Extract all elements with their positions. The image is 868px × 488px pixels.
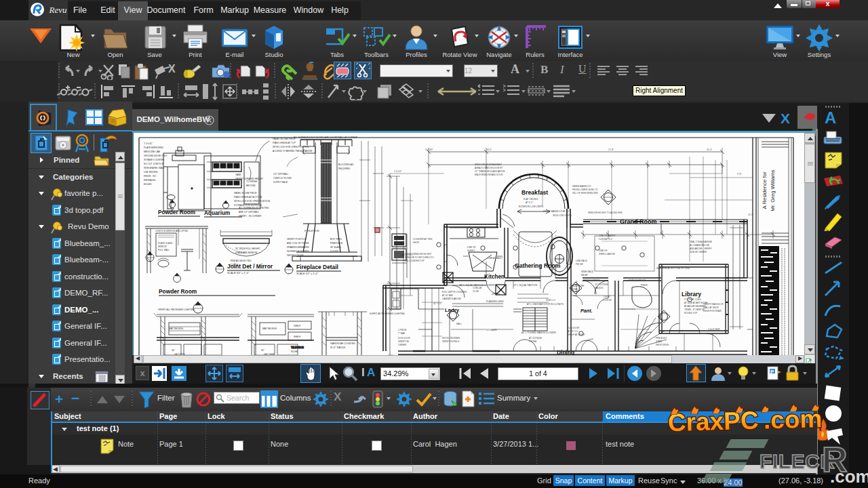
- svg-text:MIRROR: MIRROR: [158, 245, 167, 248]
- svg-text:TANK: TANK: [235, 174, 241, 176]
- svg-text:SHNTLL ABOVE: SHNTLL ABOVE: [599, 253, 615, 256]
- svg-text:PANEL IN ONE PIECE: PANEL IN ONE PIECE: [234, 192, 257, 195]
- svg-text:36": 36": [261, 349, 265, 352]
- svg-text:13'-0": 13'-0": [486, 148, 492, 151]
- svg-text:SWITCH BANKS: SWITCH BANKS: [583, 279, 599, 282]
- svg-text:PRE-BUILT: PRE-BUILT: [656, 337, 667, 340]
- svg-text:Library: Library: [682, 291, 701, 298]
- svg-text:30/54 LOW CHNTS: 30/54 LOW CHNTS: [553, 214, 572, 217]
- svg-text:IN FIREPLACE MFRS: IN FIREPLACE MFRS: [287, 250, 310, 253]
- svg-text:15'-4": 15'-4": [707, 148, 712, 151]
- svg-text:PLATE MIRRORED: PLATE MIRRORED: [144, 146, 164, 149]
- svg-text:WOOD TRUSSES: WOOD TRUSSES: [442, 337, 460, 340]
- svg-text:AT 16" O.C.: AT 16" O.C.: [568, 330, 579, 333]
- svg-text:BOX THRU: BOX THRU: [330, 238, 342, 241]
- svg-text:SHOP DRGS: SHOP DRGS: [656, 344, 669, 346]
- svg-text:W 12" RADIUS: W 12" RADIUS: [330, 346, 346, 349]
- svg-text:ACCESS TO BEHIND THE AQUARIUM: ACCESS TO BEHIND THE AQUARIUM: [273, 150, 313, 152]
- svg-text:VERIFY IN FIELD: VERIFY IN FIELD: [442, 340, 460, 343]
- svg-text:PANEL IN ONE PIECE: PANEL IN ONE PIECE: [273, 138, 296, 140]
- svg-text:FIREPLACE: FIREPLACE: [330, 242, 343, 245]
- svg-text:P: P: [770, 369, 774, 375]
- svg-text:SHELF: SHELF: [294, 336, 300, 338]
- svg-text:WINE RACK: WINE RACK: [581, 270, 594, 273]
- svg-text:SCALE 3/4" = 1'-0": SCALE 3/4" = 1'-0": [227, 272, 250, 274]
- svg-text:2'-6 1/2": 2'-6 1/2": [394, 170, 402, 173]
- svg-text:INSTRUCTIONS: INSTRUCTIONS: [287, 254, 304, 257]
- svg-text:ARE 1/2" DRYWALL: ARE 1/2" DRYWALL: [239, 211, 259, 214]
- svg-text:DOG DOOR: DOG DOOR: [398, 337, 410, 340]
- svg-text:BLOCKING AS: BLOCKING AS: [338, 163, 354, 166]
- svg-text:FLAT CEILING: FLAT CEILING: [524, 198, 538, 201]
- svg-text:WOOD WAINSCOT AT 7'0": WOOD WAINSCOT AT 7'0": [543, 210, 570, 213]
- svg-text:SEAT HE ABOVE: SEAT HE ABOVE: [629, 279, 646, 282]
- svg-text:Breakfast: Breakfast: [521, 189, 548, 196]
- svg-text:TO FINISH: TO FINISH: [246, 180, 258, 183]
- svg-text:TRIM AS SELECTED: TRIM AS SELECTED: [230, 260, 252, 262]
- svg-text:LINE OF SOFFIT: LINE OF SOFFIT: [599, 235, 616, 237]
- svg-text:PWDR: PWDR: [641, 284, 648, 287]
- svg-text:USE HIDDEN: USE HIDDEN: [144, 171, 158, 174]
- svg-text:PLATE GLASS: PLATE GLASS: [158, 242, 172, 245]
- svg-text:Aquarium: Aquarium: [204, 210, 230, 216]
- svg-text:DRGS FOR STAIR: DRGS FOR STAIR: [703, 310, 722, 312]
- svg-text:Lndry: Lndry: [445, 307, 460, 313]
- svg-text:Powder Room: Powder Room: [159, 288, 197, 295]
- svg-text:9'-0" FLAT CLNG: 9'-0" FLAT CLNG: [684, 298, 701, 301]
- svg-text:CONC AT: CONC AT: [473, 287, 482, 289]
- svg-text:AT 1- POURED WASON CLOSERS: AT 1- POURED WASON CLOSERS: [521, 331, 556, 334]
- svg-text:LINE AT VAULT: LINE AT VAULT: [488, 257, 502, 260]
- svg-text:CABINETS ABOVE: CABINETS ABOVE: [442, 298, 461, 300]
- svg-text:AT ABOVE SEGMENT: AT ABOVE SEGMENT: [684, 305, 706, 308]
- svg-text:Fireplace Detail: Fireplace Detail: [296, 264, 338, 270]
- svg-text:BEYOND: BEYOND: [246, 184, 256, 187]
- svg-text:90" WIDE FULL HEIGHT: 90" WIDE FULL HEIGHT: [235, 247, 260, 250]
- svg-text:JOINTS IN MIRROR ARE LIFTED: JOINTS IN MIRROR ARE LIFTED: [155, 230, 189, 232]
- svg-text:1/2" DRYWALL: 1/2" DRYWALL: [273, 173, 289, 176]
- svg-text:SIZE W/ OWNER: SIZE W/ OWNER: [690, 251, 707, 253]
- svg-text:12" TRANSOM GLASS ABOVE: 12" TRANSOM GLASS ABOVE: [475, 170, 505, 173]
- svg-text:ALL SURFACES NOT NOTED: ALL SURFACES NOT NOTED: [239, 207, 269, 209]
- svg-text:1558 C.O.: 1558 C.O.: [546, 299, 556, 302]
- svg-text:PLANNING DESK: PLANNING DESK: [486, 300, 505, 303]
- svg-text:2'-4 3/4": 2'-4 3/4": [425, 148, 433, 151]
- svg-text:WINDOW TO SET DIRECTLY: WINDOW TO SET DIRECTLY: [405, 256, 434, 259]
- svg-text:IN RAKE COUNTER: IN RAKE COUNTER: [144, 159, 165, 161]
- svg-text:STAIR: STAIR: [656, 340, 663, 343]
- svg-text:SOFFIT: SOFFIT: [467, 249, 475, 252]
- svg-text:AT SIDE AT ART NICHE: AT SIDE AT ART NICHE: [684, 302, 707, 304]
- svg-text:A Residence for: A Residence for: [762, 171, 768, 209]
- svg-text:SOFFIT AT RECESSED LIGHTING: SOFFIT AT RECESSED LIGHTING: [370, 312, 405, 315]
- svg-text:FULL DEPTH COUNTER: FULL DEPTH COUNTER: [442, 291, 467, 293]
- svg-text:EXTERIOR LOW CNRTS: EXTERIOR LOW CNRTS: [519, 205, 543, 208]
- svg-text:AND ABOVE - VERIFY: AND ABOVE - VERIFY: [690, 247, 713, 250]
- svg-text:STORAGE: STORAGE: [486, 329, 497, 331]
- svg-text:VERIFY POSITION: VERIFY POSITION: [287, 238, 307, 241]
- svg-text:AT 9'-0": AT 9'-0": [526, 201, 533, 204]
- svg-text:CLNG AT 8'-0": CLNG AT 8'-0": [599, 238, 613, 241]
- svg-text:SILL OF HIGH WINDOWS: SILL OF HIGH WINDOWS: [572, 192, 598, 195]
- svg-text:NO CUT JOINTS IN: NO CUT JOINTS IN: [144, 163, 164, 165]
- svg-text:8" TELETHON: 8" TELETHON: [304, 230, 319, 232]
- svg-text:SEAT HGR AT BOTTOM OF TRIM: SEAT HGR AT BOTTOM OF TRIM: [656, 267, 690, 270]
- svg-text:FRAMING MEMBERS: FRAMING MEMBERS: [287, 246, 310, 249]
- svg-text:AREA TO MATCH DOOR HT: AREA TO MATCH DOOR HT: [475, 167, 502, 169]
- svg-text:WINDOWS IN BREAKFAST: WINDOWS IN BREAKFAST: [475, 163, 502, 166]
- svg-text:OVER 1/2 PLYWD: OVER 1/2 PLYWD: [273, 177, 292, 180]
- svg-text:SHELF: SHELF: [294, 325, 300, 327]
- svg-text:W/ GLASS: W/ GLASS: [330, 246, 342, 249]
- svg-text:Powder Room: Powder Room: [158, 209, 195, 216]
- svg-text:Dining: Dining: [557, 349, 574, 355]
- svg-text:FULL WALL: FULL WALL: [158, 249, 170, 251]
- svg-text:5-0 8 DN: 5-0 8 DN: [603, 299, 612, 302]
- svg-text:TRIMS - 8" DEEP W/: TRIMS - 8" DEEP W/: [684, 308, 705, 311]
- svg-text:REVEALED: REVEALED: [144, 179, 156, 182]
- svg-text:Joint Det / Mirror: Joint Det / Mirror: [227, 263, 273, 270]
- svg-text:1'-6"x42": 1'-6"x42": [144, 142, 153, 145]
- svg-text:SOFFIT FACE: SOFFIT FACE: [273, 181, 288, 184]
- svg-text:REQUIRED: REQUIRED: [338, 167, 351, 170]
- svg-text:TEAL T-IN AQUARIUM: TEAL T-IN AQUARIUM: [690, 241, 712, 243]
- svg-text:AT 42" AIM: AT 42" AIM: [442, 294, 453, 297]
- svg-text:12" OUTSIDE: 12" OUTSIDE: [595, 283, 608, 286]
- svg-text:GROUND EDGE ONLY: GROUND EDGE ONLY: [144, 155, 167, 157]
